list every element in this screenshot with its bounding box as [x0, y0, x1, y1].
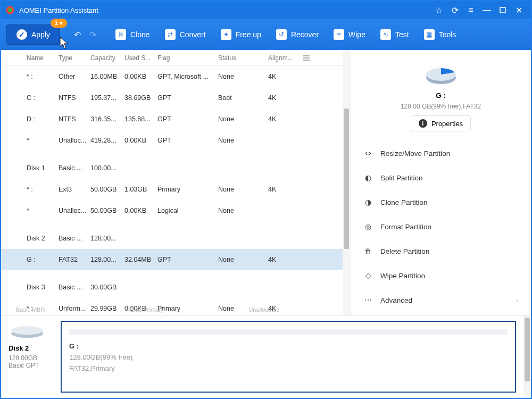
minimize-button[interactable]: —: [479, 2, 495, 18]
partition-row[interactable]: *Unalloc...419.28...0.00KBGPTNone: [1, 130, 343, 151]
col-alignment[interactable]: Alignm...: [268, 54, 300, 62]
bottom-part-fs: FAT32,Primary: [69, 364, 508, 372]
cell: None: [218, 186, 268, 193]
maximize-button[interactable]: [495, 2, 511, 18]
star-button[interactable]: ☆: [431, 2, 447, 18]
svg-rect-2: [500, 7, 505, 13]
recover-icon: ↺: [276, 29, 287, 40]
cell: *: [27, 137, 59, 144]
column-settings-icon[interactable]: [303, 55, 310, 61]
ellipsis-icon: ⋯: [363, 295, 373, 305]
test-icon: ∿: [380, 29, 391, 40]
eraser-icon: ◇: [363, 271, 373, 280]
cell: Other: [59, 73, 90, 80]
svg-point-1: [8, 8, 12, 12]
bottom-disk-size: 128.00GB: [9, 354, 51, 362]
split-icon: ◐: [363, 173, 373, 182]
cell: 128.00...: [90, 235, 124, 242]
disk-row[interactable]: Disk 3Basic ...30.00GB: [1, 277, 343, 298]
col-type[interactable]: Type: [59, 54, 90, 62]
selected-drive-title: G :: [353, 92, 529, 99]
col-used[interactable]: Used S...: [124, 54, 157, 62]
crumb-a: Basic MBR: [16, 306, 45, 313]
cell: 32.04MB: [124, 256, 157, 263]
close-button[interactable]: ✕: [511, 2, 527, 18]
apply-check-icon: ✓: [16, 29, 27, 40]
bottom-disk-scheme: Basic GPT: [9, 362, 51, 369]
op-advanced[interactable]: ⋯Advanced›: [353, 288, 529, 312]
convert-icon: ⇄: [165, 29, 176, 40]
cell: 135.68...: [124, 115, 157, 123]
cell: GPT: [157, 137, 218, 144]
cell: 30.00GB: [90, 284, 124, 291]
cell: 195.37...: [90, 94, 124, 102]
disk-row[interactable]: Disk 1Basic ...100.00...: [1, 157, 343, 179]
op-wipe[interactable]: ◇Wipe Partition: [353, 263, 529, 288]
toolbar-test[interactable]: ∿Test: [380, 29, 409, 40]
col-capacity[interactable]: Capacity: [90, 54, 124, 62]
window-title: AOMEI Partition Assistant: [19, 6, 431, 14]
toolbar-recover[interactable]: ↺Recover: [276, 29, 319, 40]
op-resize-move[interactable]: ⇔Resize/Move Partition: [353, 141, 529, 165]
col-flag[interactable]: Flag: [157, 54, 218, 62]
toolbar-clone[interactable]: ⎘Clone: [115, 29, 150, 40]
cell: Unalloc...: [59, 137, 90, 144]
disk-row[interactable]: Disk 2Basic ...128.00...: [1, 228, 343, 249]
cell: Primary: [157, 186, 218, 193]
partition-row[interactable]: D :NTFS316.35...135.68...GPTNone4K: [1, 109, 343, 130]
hamburger-menu-button[interactable]: ≡: [463, 2, 479, 18]
cell: GPT, Microsoft ...: [157, 73, 218, 80]
cell: Basic ...: [59, 164, 90, 172]
cell: Boot: [218, 94, 268, 102]
bottom-part-label: G :: [69, 342, 508, 350]
cell: None: [218, 207, 268, 214]
resize-icon: ⇔: [363, 148, 373, 158]
col-status[interactable]: Status: [218, 54, 268, 62]
bottom-disk-name: Disk 2: [9, 344, 51, 352]
crumb-b: Ext3;Primary: [130, 306, 163, 313]
cell: None: [218, 115, 268, 123]
table-scrollbar[interactable]: [343, 50, 350, 315]
partition-row[interactable]: C :NTFS195.37...38.69GBGPTBoot4K: [1, 87, 343, 109]
op-clone[interactable]: ◑Clone Partition: [353, 190, 529, 214]
toolbar-wipe[interactable]: ≡Wipe: [334, 29, 365, 40]
toolbar-convert[interactable]: ⇄Convert: [165, 29, 206, 40]
format-icon: ◎: [363, 222, 373, 231]
bottom-scrollbar[interactable]: [523, 315, 531, 398]
cell: GPT: [157, 94, 218, 102]
redo-button[interactable]: ↷: [89, 30, 96, 40]
cell: 4K: [268, 256, 300, 263]
cell: Basic ...: [59, 284, 90, 291]
partition-row[interactable]: * :Other16.00MB0.00KBGPT, Microsoft ...N…: [1, 66, 343, 87]
clone-icon: ⎘: [115, 29, 126, 40]
cell: G :: [27, 256, 59, 263]
partition-row[interactable]: *Unalloc...50.00GB0.00KBLogicalNone: [1, 200, 343, 221]
svg-point-12: [11, 326, 43, 335]
bottom-part-free: 128.00GB(99% free): [69, 353, 508, 361]
partition-row[interactable]: G :FAT32128.00...32.04MBGPTNone4K: [1, 249, 343, 270]
toolbar-tools[interactable]: ▦Tools: [424, 29, 456, 40]
op-delete[interactable]: 🗑Delete Partition: [353, 239, 529, 263]
op-format[interactable]: ◎Format Partition: [353, 214, 529, 239]
bottom-partition-panel[interactable]: G : 128.00GB(99% free) FAT32,Primary: [61, 321, 516, 393]
pending-badge[interactable]: 1 ▾: [51, 19, 67, 28]
cell: 1.03GB: [124, 186, 157, 193]
cell: 16.00MB: [90, 73, 124, 80]
cell: 4K: [268, 73, 300, 80]
partition-row[interactable]: * :Ext350.00GB1.03GBPrimaryNone4K: [1, 179, 343, 200]
apply-button[interactable]: ✓ Apply 1 ▾: [6, 24, 60, 45]
cell: NTFS: [59, 115, 90, 123]
cell: Disk 2: [27, 235, 59, 242]
cell: FAT32: [59, 256, 90, 263]
cell: 38.69GB: [124, 94, 157, 102]
refresh-button[interactable]: ⟳: [447, 2, 463, 18]
cell: * :: [27, 73, 59, 80]
undo-button[interactable]: ↶: [74, 30, 81, 40]
usage-bar: [69, 329, 508, 335]
col-name[interactable]: Name: [27, 54, 59, 62]
cell: None: [218, 73, 268, 80]
op-split[interactable]: ◐Split Partition: [353, 165, 529, 190]
properties-button[interactable]: i Properties: [411, 115, 471, 131]
toolbar-freeup[interactable]: ✦Free up: [221, 29, 261, 40]
cell: NTFS: [59, 94, 90, 102]
